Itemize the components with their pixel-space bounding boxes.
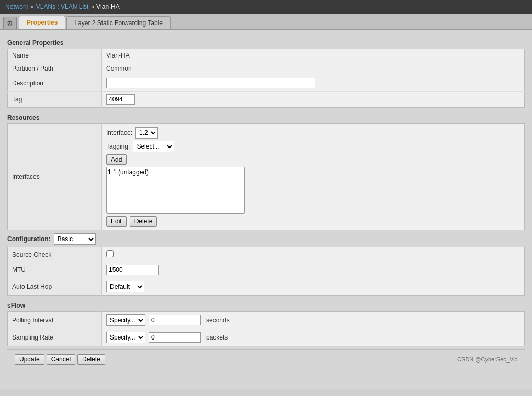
config-row: Configuration: Basic Advanced (7, 230, 525, 247)
partition-label: Partition / Path (8, 62, 102, 75)
polling-interval-controls: Specify... None seconds (106, 314, 520, 326)
nav-current: Vlan-HA (96, 3, 120, 10)
sampling-rate-cell: Specify... None packets (102, 329, 525, 346)
polling-specify-select[interactable]: Specify... None (106, 314, 145, 326)
partition-row: Partition / Path Common (8, 62, 525, 75)
polling-unit: seconds (206, 316, 230, 324)
tab-bar: ⚙ Properties Layer 2 Static Forwarding T… (0, 14, 532, 30)
auto-last-hop-label: Auto Last Hop (8, 278, 102, 296)
edit-delete-row: Edit Delete (106, 216, 520, 227)
interface-select-row: Interface: 1.2 1.3 1.4 (106, 127, 520, 139)
config-label: Configuration: (7, 235, 51, 243)
config-select[interactable]: Basic Advanced (54, 233, 96, 245)
edit-button[interactable]: Edit (106, 216, 127, 227)
sampling-rate-controls: Specify... None packets (106, 332, 520, 343)
gear-button[interactable]: ⚙ (3, 17, 17, 29)
name-value: Vlan-HA (102, 49, 525, 62)
resources-table: Interfaces Interface: 1.2 1.3 1.4 Taggin… (7, 123, 525, 230)
interface-controls: Interface: 1.2 1.3 1.4 Tagging: Select..… (106, 127, 520, 227)
description-row: Description (8, 75, 525, 92)
bottom-bar: Update Cancel Delete CSDN @CyberSec_Vic (7, 349, 525, 369)
nav-sep1: » (30, 3, 34, 10)
interfaces-cell: Interface: 1.2 1.3 1.4 Tagging: Select..… (102, 124, 525, 230)
config-table: Source Check MTU Auto Last Hop Default E… (7, 247, 525, 296)
interface-list[interactable]: 1.1 (untagged) (106, 167, 245, 214)
nav-sep2: » (90, 3, 94, 10)
polling-interval-label: Polling Interval (8, 312, 102, 329)
watermark: CSDN @CyberSec_Vic (457, 356, 517, 363)
sampling-unit: packets (206, 334, 228, 341)
interface-select[interactable]: 1.2 1.3 1.4 (135, 127, 158, 139)
sflow-title: sFlow (7, 302, 525, 309)
description-input[interactable] (106, 78, 315, 88)
tagging-select-row: Tagging: Select... Tagged Untagged (106, 141, 520, 152)
source-check-checkbox[interactable] (106, 250, 114, 257)
tab-properties[interactable]: Properties (19, 16, 65, 29)
description-cell (102, 75, 525, 92)
tag-label: Tag (8, 92, 102, 108)
tab-l2-static[interactable]: Layer 2 Static Forwarding Table (66, 16, 171, 29)
nav-vlans[interactable]: VLANs : VLAN List (36, 3, 89, 10)
general-properties-title: General Properties (7, 39, 525, 47)
interface-label: Interface: (106, 129, 132, 137)
nav-network[interactable]: Network (5, 3, 28, 10)
mtu-cell (102, 262, 525, 278)
interfaces-label: Interfaces (8, 124, 102, 230)
sflow-table: Polling Interval Specify... None seconds… (7, 311, 525, 346)
add-button-row: Add (106, 154, 520, 165)
general-properties-table: Name Vlan-HA Partition / Path Common Des… (7, 49, 525, 108)
update-button[interactable]: Update (15, 354, 44, 365)
sampling-rate-label: Sampling Rate (8, 329, 102, 346)
sampling-specify-select[interactable]: Specify... None (106, 332, 145, 343)
auto-last-hop-select[interactable]: Default Enabled Disabled (106, 281, 144, 292)
tagging-select[interactable]: Select... Tagged Untagged (133, 141, 174, 152)
main-content: General Properties Name Vlan-HA Partitio… (0, 30, 532, 389)
tagging-label: Tagging: (106, 143, 130, 150)
source-check-label: Source Check (8, 247, 102, 262)
source-check-row: Source Check (8, 247, 525, 262)
mtu-row: MTU (8, 262, 525, 278)
source-check-cell (102, 247, 525, 262)
list-item: 1.1 (untagged) (108, 168, 243, 176)
cancel-button[interactable]: Cancel (47, 354, 75, 365)
polling-value-input[interactable] (149, 315, 201, 325)
resources-title: Resources (7, 114, 525, 121)
polling-interval-row: Polling Interval Specify... None seconds (8, 312, 525, 329)
auto-last-hop-row: Auto Last Hop Default Enabled Disabled (8, 278, 525, 296)
tag-input[interactable] (106, 94, 135, 105)
sampling-rate-row: Sampling Rate Specify... None packets (8, 329, 525, 346)
description-label: Description (8, 75, 102, 92)
partition-value: Common (102, 62, 525, 75)
name-row: Name Vlan-HA (8, 49, 525, 62)
delete-interfaces-button[interactable]: Delete (130, 216, 157, 227)
top-nav: Network » VLANs : VLAN List » Vlan-HA (0, 0, 532, 14)
tag-row: Tag (8, 92, 525, 108)
mtu-label: MTU (8, 262, 102, 278)
add-button[interactable]: Add (106, 154, 127, 165)
tag-cell (102, 92, 525, 108)
interfaces-row: Interfaces Interface: 1.2 1.3 1.4 Taggin… (8, 124, 525, 230)
polling-interval-cell: Specify... None seconds (102, 312, 525, 329)
bottom-actions: Update Cancel Delete (15, 354, 105, 365)
delete-button[interactable]: Delete (77, 354, 105, 365)
mtu-input[interactable] (106, 265, 159, 275)
auto-last-hop-cell: Default Enabled Disabled (102, 278, 525, 296)
name-label: Name (8, 49, 102, 62)
sampling-value-input[interactable] (149, 332, 201, 343)
